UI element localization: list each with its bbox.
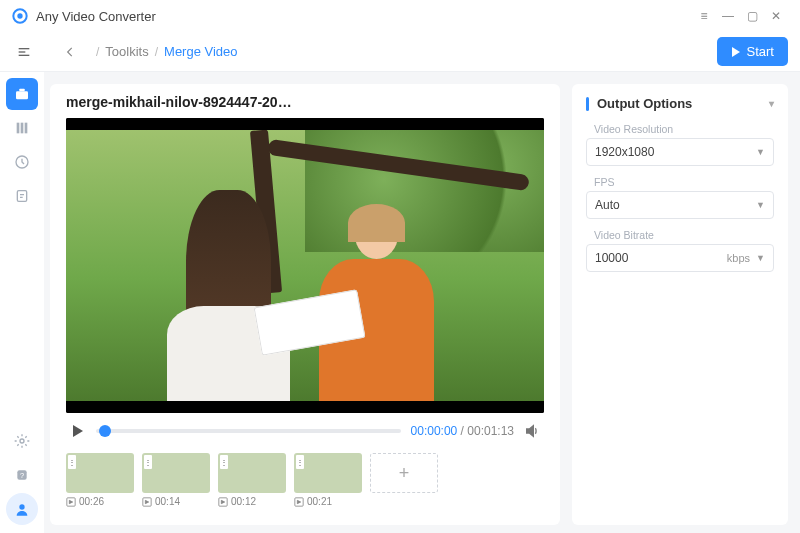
video-frame xyxy=(66,130,544,401)
toolbar: / Toolkits / Merge Video Start xyxy=(0,32,800,72)
sidebar-item-help[interactable]: ? xyxy=(6,459,38,491)
resolution-select[interactable]: 1920x1080 ▼ xyxy=(586,138,774,166)
sidebar-item-history[interactable] xyxy=(6,146,38,178)
clip-item[interactable]: ⋮ 00:12 xyxy=(218,453,286,507)
clip-marker-icon: ⋮ xyxy=(220,455,228,469)
clip-marker-icon: ⋮ xyxy=(296,455,304,469)
resolution-label: Video Resolution xyxy=(586,123,774,135)
maximize-icon[interactable]: ▢ xyxy=(740,4,764,28)
svg-point-15 xyxy=(19,504,24,509)
hamburger-icon[interactable] xyxy=(12,40,36,64)
fps-label: FPS xyxy=(586,176,774,188)
preview-panel: merge-mikhail-nilov-8924447-20… xyxy=(50,84,560,525)
svg-text:?: ? xyxy=(20,471,24,480)
svg-rect-9 xyxy=(25,123,28,134)
svg-rect-11 xyxy=(17,191,26,202)
sidebar-item-library[interactable] xyxy=(6,112,38,144)
start-button[interactable]: Start xyxy=(717,37,788,66)
bitrate-field: Video Bitrate 10000 kbps ▼ xyxy=(586,229,774,272)
time-current: 00:00:00 xyxy=(411,424,458,438)
back-button[interactable] xyxy=(58,40,82,64)
add-clip-button[interactable]: + xyxy=(370,453,438,493)
bitrate-label: Video Bitrate xyxy=(586,229,774,241)
sidebar-item-tasks[interactable] xyxy=(6,180,38,212)
output-options-header: Output Options xyxy=(597,96,692,111)
chevron-down-icon: ▼ xyxy=(756,200,765,210)
video-player[interactable] xyxy=(66,118,544,413)
app-title: Any Video Converter xyxy=(36,9,156,24)
breadcrumb-merge-video[interactable]: Merge Video xyxy=(164,44,237,59)
chevron-down-icon: ▼ xyxy=(756,147,765,157)
window-menu-icon[interactable]: ≡ xyxy=(692,4,716,28)
svg-rect-6 xyxy=(19,89,24,92)
clip-item[interactable]: ⋮ 00:26 xyxy=(66,453,134,507)
collapse-icon[interactable]: ▾ xyxy=(769,98,774,109)
sidebar-item-settings[interactable] xyxy=(6,425,38,457)
clip-item[interactable]: ⋮ 00:21 xyxy=(294,453,362,507)
chevron-down-icon: ▼ xyxy=(756,253,765,263)
play-button[interactable] xyxy=(70,423,86,439)
svg-rect-5 xyxy=(16,91,28,99)
start-button-label: Start xyxy=(747,44,774,59)
player-controls: 00:00:00 / 00:01:13 xyxy=(66,413,544,443)
clip-item[interactable]: ⋮ 00:14 xyxy=(142,453,210,507)
file-title: merge-mikhail-nilov-8924447-20… xyxy=(66,94,544,110)
resolution-field: Video Resolution 1920x1080 ▼ xyxy=(586,123,774,166)
fps-field: FPS Auto ▼ xyxy=(586,176,774,219)
svg-rect-7 xyxy=(17,123,20,134)
time-display: 00:00:00 / 00:01:13 xyxy=(411,424,514,438)
app-logo-icon xyxy=(12,8,28,24)
seek-slider[interactable] xyxy=(96,429,401,433)
volume-icon[interactable] xyxy=(524,423,540,439)
sidebar: ? xyxy=(0,72,44,533)
breadcrumb-toolkits[interactable]: Toolkits xyxy=(105,44,148,59)
clip-marker-icon: ⋮ xyxy=(68,455,76,469)
clip-strip: ⋮ 00:26 ⋮ 00:14 ⋮ 00:12 ⋮ 00:21 + xyxy=(66,443,544,507)
close-icon[interactable]: ✕ xyxy=(764,4,788,28)
clip-marker-icon: ⋮ xyxy=(144,455,152,469)
sidebar-item-toolbox[interactable] xyxy=(6,78,38,110)
titlebar: Any Video Converter ≡ — ▢ ✕ xyxy=(0,0,800,32)
output-options-panel: Output Options ▾ Video Resolution 1920x1… xyxy=(572,84,788,525)
svg-point-12 xyxy=(20,439,24,443)
svg-rect-8 xyxy=(21,123,24,134)
fps-select[interactable]: Auto ▼ xyxy=(586,191,774,219)
sidebar-item-account[interactable] xyxy=(6,493,38,525)
bitrate-select[interactable]: 10000 kbps ▼ xyxy=(586,244,774,272)
svg-point-1 xyxy=(17,13,22,18)
time-total: 00:01:13 xyxy=(467,424,514,438)
minimize-icon[interactable]: — xyxy=(716,4,740,28)
